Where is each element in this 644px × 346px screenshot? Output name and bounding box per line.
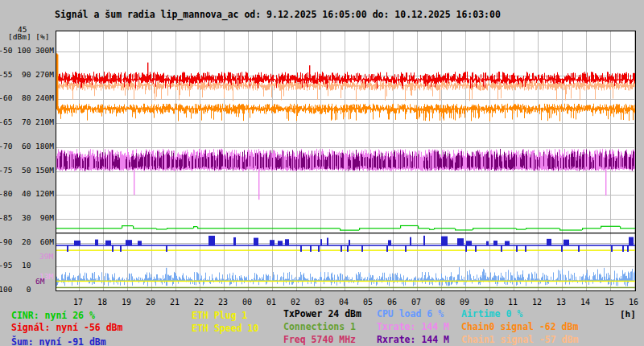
page-title: Signál a šum radia lip_mannova_ac od: 9.… [55, 9, 501, 20]
legend-chain1-signal: Chain1 signal -57 dBm [461, 334, 578, 345]
x-tick-17: 17 [68, 298, 88, 307]
x-tick-08: 08 [431, 298, 450, 307]
axis-mark-6M: 6M [35, 277, 44, 286]
x-tick-00: 00 [237, 298, 257, 307]
legend-chain0-signal: Chain0 signal -62 dBm [461, 321, 578, 332]
x-tick-11: 11 [503, 298, 522, 307]
legend-txpower: TxPower 24 dBm [283, 308, 361, 319]
x-axis-unit-label: [h] [620, 309, 636, 319]
legend-rxrate: Rxrate: 144 M [377, 334, 449, 345]
x-tick-02: 02 [286, 298, 305, 307]
axis-mark-39M: 39M [39, 252, 53, 261]
x-tick-12: 12 [527, 298, 547, 307]
x-tick-09: 09 [455, 298, 474, 307]
x-tick-10: 10 [479, 298, 498, 307]
x-tick-04: 04 [334, 298, 353, 307]
x-tick-22: 22 [189, 298, 208, 307]
x-tick-06: 06 [382, 298, 402, 307]
x-tick-01: 01 [262, 298, 281, 307]
x-tick-16: 16 [624, 298, 643, 307]
x-tick-13: 13 [551, 298, 571, 307]
y-axis-labels: -50 100 300M -55 90 270M -60 80 240M -65… [0, 39, 54, 302]
x-tick-14: 14 [576, 298, 595, 307]
x-tick-18: 18 [93, 298, 112, 307]
legend-cinr: CINR: nyní 26 % [11, 310, 95, 321]
legend-airtime: Airtime 0 % [461, 308, 522, 319]
chart-canvas [56, 31, 635, 290]
legend-noise: Šum: nyní -91 dBm [11, 336, 106, 346]
legend-eth-plug: ETH Plug 1 [192, 310, 247, 321]
chart-plot-area [56, 31, 636, 291]
x-tick-23: 23 [213, 298, 233, 307]
x-tick-19: 19 [117, 298, 136, 307]
legend-txrate: Txrate: 144 M [377, 321, 449, 332]
legend-eth-speed: ETH Speed 10 [192, 323, 258, 334]
x-tick-05: 05 [358, 298, 378, 307]
legend-signal: Signál: nyní -56 dBm [11, 322, 122, 333]
legend-cpu-load: CPU load 6 % [377, 308, 444, 319]
x-tick-15: 15 [600, 298, 619, 307]
legend-connections: Connections 1 [283, 321, 356, 332]
x-tick-03: 03 [310, 298, 329, 307]
x-tick-20: 20 [141, 298, 160, 307]
x-tick-07: 07 [407, 298, 426, 307]
x-tick-21: 21 [165, 298, 184, 307]
legend-freq: Freq 5740 MHz [283, 334, 356, 345]
radio-signal-graph-page: Signál a šum radia lip_mannova_ac od: 9.… [0, 0, 644, 346]
